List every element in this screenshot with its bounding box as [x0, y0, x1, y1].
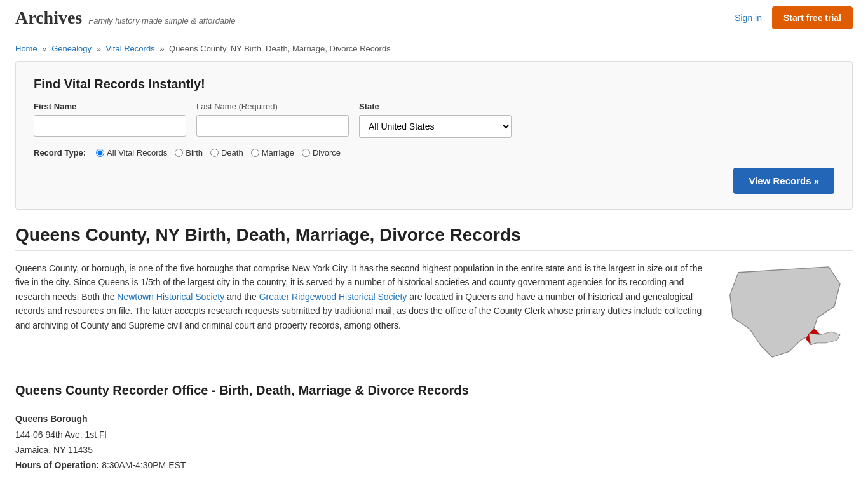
radio-birth-input[interactable]	[175, 149, 183, 157]
state-label: State	[359, 102, 512, 111]
radio-death[interactable]: Death	[210, 148, 243, 158]
crumb-sep-3: »	[159, 44, 164, 53]
state-select[interactable]: All United States Alabama Alaska Arizona…	[359, 115, 512, 138]
crumb-sep-1: »	[42, 44, 46, 53]
last-name-group: Last Name (Required)	[196, 102, 349, 138]
office-details: Queens Borough 144-06 94th Ave, 1st Fl J…	[15, 414, 853, 473]
record-type-row: Record Type: All Vital Records Birth Dea…	[34, 148, 834, 158]
ny-state-map	[726, 261, 853, 363]
address-line1: 144-06 94th Ave, 1st Fl	[15, 428, 853, 443]
address-line2: Jamaica, NY 11435	[15, 443, 853, 458]
office-name: Queens Borough	[15, 414, 853, 424]
view-records-button[interactable]: View Records »	[733, 168, 834, 194]
ny-map-container	[726, 261, 853, 363]
record-type-options: All Vital Records Birth Death Marriage D…	[96, 148, 341, 158]
svg-marker-2	[809, 332, 840, 344]
breadcrumb: Home » Genealogy » Vital Records » Queen…	[0, 36, 868, 61]
search-fields: First Name Last Name (Required) State Al…	[34, 102, 834, 138]
radio-all-vital-input[interactable]	[96, 149, 104, 157]
content-text: Queens County, or borough, is one of the…	[15, 261, 705, 363]
radio-marriage-input[interactable]	[251, 149, 259, 157]
main-content: Queens County, NY Birth, Death, Marriage…	[0, 225, 868, 488]
page-title: Queens County, NY Birth, Death, Marriage…	[15, 225, 853, 251]
last-name-label: Last Name (Required)	[196, 102, 349, 111]
record-type-label: Record Type:	[34, 148, 86, 158]
description-paragraph: Queens County, or borough, is one of the…	[15, 261, 705, 332]
hours-value-text: 8:30AM-4:30PM EST	[102, 460, 186, 470]
first-name-label: First Name	[34, 102, 186, 111]
hours-line: Hours of Operation: 8:30AM-4:30PM EST	[15, 458, 853, 473]
radio-all-vital[interactable]: All Vital Records	[96, 148, 167, 158]
office-address: 144-06 94th Ave, 1st Fl Jamaica, NY 1143…	[15, 428, 853, 473]
site-header: Archives Family history made simple & af…	[0, 0, 868, 36]
recorder-section: Queens County Recorder Office - Birth, D…	[15, 383, 853, 473]
hours-label: Hours of Operation:	[15, 460, 99, 470]
last-name-input[interactable]	[196, 115, 349, 137]
site-logo: Archives	[15, 8, 82, 28]
first-name-group: First Name	[34, 102, 186, 138]
radio-divorce[interactable]: Divorce	[302, 148, 341, 158]
radio-divorce-input[interactable]	[302, 149, 310, 157]
header-actions: Sign in Start free trial	[735, 6, 853, 29]
ny-map	[726, 261, 853, 363]
start-trial-button[interactable]: Start free trial	[772, 6, 853, 29]
logo-tagline: Family history made simple & affordable	[88, 16, 235, 25]
breadcrumb-current: Queens County, NY Birth, Death, Marriage…	[169, 44, 391, 53]
ridgewood-link[interactable]: Greater Ridgewood Historical Society	[259, 292, 407, 302]
search-actions: View Records »	[34, 168, 834, 194]
breadcrumb-vital-records[interactable]: Vital Records	[106, 44, 155, 53]
first-name-input[interactable]	[34, 115, 186, 137]
radio-marriage[interactable]: Marriage	[251, 148, 294, 158]
breadcrumb-home[interactable]: Home	[15, 44, 37, 53]
radio-birth[interactable]: Birth	[175, 148, 203, 158]
crumb-sep-2: »	[97, 44, 101, 53]
svg-marker-0	[730, 267, 840, 357]
newtown-link[interactable]: Newtown Historical Society	[117, 292, 224, 302]
recorder-title: Queens County Recorder Office - Birth, D…	[15, 383, 853, 403]
logo-area: Archives Family history made simple & af…	[15, 8, 235, 28]
state-group: State All United States Alabama Alaska A…	[359, 102, 512, 138]
radio-death-input[interactable]	[210, 149, 219, 157]
sign-in-link[interactable]: Sign in	[735, 13, 762, 23]
desc-text-2: and the	[227, 292, 259, 302]
search-title: Find Vital Records Instantly!	[34, 77, 834, 92]
content-area: Queens County, or borough, is one of the…	[15, 261, 853, 363]
search-box: Find Vital Records Instantly! First Name…	[15, 61, 853, 210]
breadcrumb-genealogy[interactable]: Genealogy	[51, 44, 92, 53]
